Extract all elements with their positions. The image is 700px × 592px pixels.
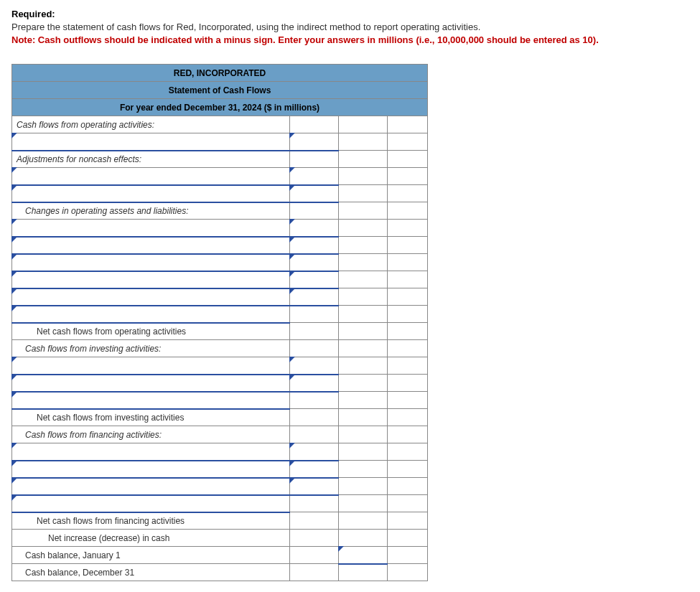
financing-item-dropdown[interactable] — [12, 495, 290, 512]
investing-item-dropdown[interactable] — [12, 357, 290, 375]
amount-cell — [290, 495, 339, 512]
amount-input[interactable] — [290, 375, 339, 392]
amount-input[interactable] — [290, 168, 339, 185]
statement-title: Statement of Cash Flows — [12, 82, 428, 99]
adjustments-header: Adjustments for noncash effects: — [12, 151, 290, 168]
amount-input[interactable] — [290, 254, 339, 271]
net-change-amount — [339, 530, 388, 547]
change-item-dropdown[interactable] — [12, 306, 290, 323]
amount-input[interactable] — [290, 133, 339, 151]
amount-input[interactable] — [290, 237, 339, 254]
cashflow-table: RED, INCORPORATED Statement of Cash Flow… — [11, 64, 428, 581]
balance-begin-label: Cash balance, January 1 — [12, 547, 290, 564]
net-financing-label: Net cash flows from financing activities — [12, 512, 290, 530]
investing-item-dropdown[interactable] — [12, 375, 290, 392]
net-change-label: Net increase (decrease) in cash — [12, 530, 290, 547]
balance-begin-input[interactable] — [339, 547, 388, 564]
company-name: RED, INCORPORATED — [12, 65, 428, 82]
net-operating-amount — [339, 323, 388, 340]
change-item-dropdown[interactable] — [12, 254, 290, 271]
financing-item-dropdown[interactable] — [12, 478, 290, 495]
operating-header: Cash flows from operating activities: — [12, 116, 290, 133]
amount-input[interactable] — [290, 443, 339, 461]
amount-input[interactable] — [290, 185, 339, 202]
note-text: Note: Cash outflows should be indicated … — [11, 34, 689, 47]
change-item-dropdown[interactable] — [12, 288, 290, 306]
net-operating-label: Net cash flows from operating activities — [12, 323, 290, 340]
required-label: Required: — [11, 9, 689, 19]
amount-input[interactable] — [290, 220, 339, 237]
operating-item-dropdown[interactable] — [12, 133, 290, 151]
change-item-dropdown[interactable] — [12, 220, 290, 237]
amount-input[interactable] — [290, 461, 339, 478]
changes-header: Changes in operating assets and liabilit… — [12, 202, 290, 220]
adjustment-item-dropdown[interactable] — [12, 168, 290, 185]
change-item-dropdown[interactable] — [12, 237, 290, 254]
investing-header: Cash flows from investing activities: — [12, 340, 290, 357]
amount-input[interactable] — [290, 357, 339, 375]
adjustment-item-dropdown[interactable] — [12, 185, 290, 202]
net-investing-label: Net cash flows from investing activities — [12, 409, 290, 426]
balance-end-label: Cash balance, December 31 — [12, 564, 290, 581]
net-investing-amount — [339, 409, 388, 426]
financing-item-dropdown[interactable] — [12, 443, 290, 461]
amount-input[interactable] — [290, 478, 339, 495]
amount-input[interactable] — [290, 288, 339, 306]
change-item-dropdown[interactable] — [12, 271, 290, 288]
amount-cell — [290, 392, 339, 409]
balance-end-amount — [339, 564, 388, 581]
financing-header: Cash flows from financing activities: — [12, 426, 290, 443]
amount-cell — [290, 306, 339, 323]
investing-item-dropdown[interactable] — [12, 392, 290, 409]
net-financing-amount — [339, 512, 388, 530]
period-line: For year ended December 31, 2024 ($ in m… — [12, 99, 428, 116]
instruction-text: Prepare the statement of cash flows for … — [11, 21, 689, 34]
amount-input[interactable] — [290, 271, 339, 288]
financing-item-dropdown[interactable] — [12, 461, 290, 478]
